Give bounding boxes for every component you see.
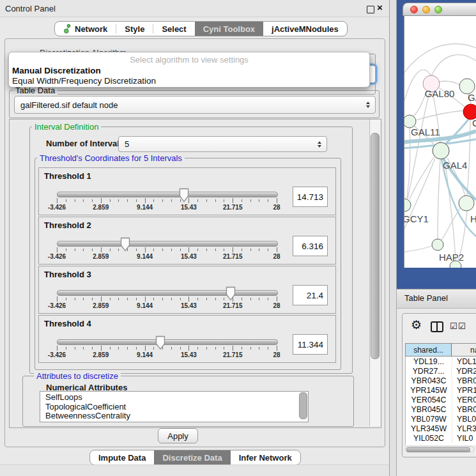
tab-impute-data[interactable]: Impute Data <box>90 450 154 464</box>
cell-shared-name[interactable]: YDR27... <box>406 367 452 376</box>
cell-name[interactable]: YDL1 <box>452 357 476 366</box>
cell-name[interactable]: YLR3 <box>452 424 476 433</box>
cell-shared-name[interactable]: YBR043C <box>406 376 452 385</box>
column-layout-icon[interactable] <box>431 321 443 332</box>
threshold-slider-track[interactable] <box>57 290 278 296</box>
node-gcy1[interactable] <box>404 199 411 211</box>
cell-shared-name[interactable]: YBL079W <box>406 415 452 424</box>
threshold-value-field[interactable]: 11.344 <box>293 334 328 355</box>
attribute-item[interactable]: TopologicalCoefficient <box>40 403 308 412</box>
tick-mark <box>136 347 137 349</box>
tick-label: 2.859 <box>93 302 109 309</box>
minimize-window-icon[interactable] <box>422 6 430 13</box>
node-gal11[interactable] <box>404 115 416 128</box>
zoom-window-icon[interactable] <box>434 6 442 13</box>
attributes-scrollbar-thumb[interactable] <box>299 392 307 419</box>
tick-mark <box>153 347 154 349</box>
table-row[interactable]: YBR045CYBR0 <box>406 404 476 414</box>
tick-mark <box>233 346 233 351</box>
tick-mark <box>162 249 163 251</box>
table-row[interactable]: YDL19...YDL1 <box>406 357 476 366</box>
table-row[interactable]: YBR043CYBR0 <box>406 376 476 385</box>
column-header-shared-name[interactable]: shared... <box>405 343 452 357</box>
tick-mark <box>83 249 84 251</box>
tab-discretize-data[interactable]: Discretize Data <box>154 450 230 464</box>
threshold-value-field[interactable]: 21.4 <box>293 285 328 305</box>
tab-label: jActiveMNodules <box>272 24 339 34</box>
horizontal-scrollbar-thumb[interactable] <box>406 447 470 452</box>
threshold-slider-thumb[interactable] <box>120 237 130 252</box>
close-icon[interactable]: × <box>377 2 383 13</box>
num-intervals-combobox[interactable]: 5 <box>118 136 327 152</box>
tick-mark <box>259 199 259 202</box>
threshold-slider-thumb[interactable] <box>155 335 165 350</box>
cell-name[interactable]: YDR2 <box>452 367 476 376</box>
tab-style[interactable]: Style <box>116 22 153 36</box>
cell-shared-name[interactable]: YLR345W <box>406 424 452 433</box>
dropdown-hint: Select algorithm to view settings <box>9 55 369 65</box>
tab-infer-network[interactable]: Infer Network <box>231 450 300 464</box>
cell-shared-name[interactable]: YBR045C <box>406 405 452 414</box>
table-row[interactable]: YPR145WYPR1 <box>406 385 476 395</box>
thresholds-group-label: Threshold's Coordinates for 5 Intervals <box>37 153 185 163</box>
tick-mark <box>127 347 128 349</box>
cell-shared-name[interactable]: YIL052C <box>406 434 452 443</box>
attribute-item[interactable]: SelfLoops <box>40 393 308 403</box>
table-data-combobox[interactable]: galFiltered.sif default node <box>14 96 376 114</box>
table-row[interactable]: YIL052CYIL0 <box>406 433 476 443</box>
threshold-slider-track[interactable] <box>57 192 278 197</box>
network-nodes[interactable] <box>404 75 476 268</box>
cell-name[interactable]: YBR0 <box>452 376 476 385</box>
close-window-icon[interactable] <box>410 6 418 13</box>
panel-splitter[interactable] <box>389 0 397 476</box>
node-hap2[interactable] <box>432 239 443 250</box>
threshold-slider-track[interactable] <box>57 241 278 247</box>
tick-mark <box>268 298 268 300</box>
numerical-attributes-list[interactable]: SelfLoopsTopologicalCoefficientBetweenne… <box>40 391 309 422</box>
table-row[interactable]: YLR345WYLR3 <box>406 424 476 433</box>
cell-name[interactable]: YIL0 <box>452 434 473 443</box>
tick-mark <box>66 199 66 202</box>
cell-name[interactable]: YBL0 <box>452 415 476 424</box>
apply-button[interactable]: Apply <box>158 428 198 443</box>
tick-mark <box>83 347 84 349</box>
table-row[interactable]: YDR27...YDR2 <box>406 366 476 376</box>
tick-mark <box>83 199 84 202</box>
column-header-name[interactable]: na <box>452 343 476 357</box>
tick-mark <box>57 247 58 252</box>
vertical-scrollbar-thumb[interactable] <box>371 133 380 359</box>
attribute-item[interactable]: BetweennessCentrality <box>40 411 308 421</box>
threshold-slider-track[interactable] <box>57 339 278 345</box>
cell-shared-name[interactable]: YDL19... <box>406 357 452 366</box>
tab-select[interactable]: Select <box>153 22 194 36</box>
cell-shared-name[interactable]: YER054C <box>406 395 452 404</box>
tick-mark <box>136 249 137 251</box>
table-row[interactable]: YER054CYER0 <box>406 395 476 404</box>
cell-name[interactable]: YPR1 <box>452 386 476 395</box>
float-panel-icon[interactable] <box>367 6 374 13</box>
tab-label: Select <box>162 24 186 34</box>
cell-name[interactable]: YER0 <box>452 395 476 404</box>
threshold-slider-thumb[interactable] <box>179 188 189 203</box>
cell-name[interactable]: YBR0 <box>452 405 476 414</box>
threshold-slider-thumb[interactable] <box>226 286 236 301</box>
threshold-value-field[interactable]: 14.713 <box>293 187 328 207</box>
cell-shared-name[interactable]: YPR145W <box>406 386 452 395</box>
network-canvas[interactable]: GAL80 GA C GAL11 GAL4 GCY1 H HAP2 <box>404 16 476 268</box>
checkbox-icon[interactable]: ☑ <box>450 321 457 331</box>
gear-icon[interactable]: ⚙ <box>411 318 422 332</box>
checkbox-icon[interactable]: ☑ <box>458 321 466 331</box>
dropdown-option-manual[interactable]: Manual Discretization <box>12 66 101 75</box>
tab-cyni-toolbox[interactable]: Cyni Toolbox <box>195 22 263 36</box>
table-row[interactable]: YBL079WYBL0 <box>406 414 476 424</box>
tab-jactivemnodules[interactable]: jActiveMNodules <box>263 22 347 36</box>
threshold-value-field[interactable]: 6.316 <box>293 236 328 256</box>
dropdown-option-equal-width[interactable]: Equal Width/Frequency Discretization <box>12 76 156 86</box>
node-gal4[interactable] <box>433 142 449 159</box>
node-h[interactable] <box>459 196 474 211</box>
horizontal-scrollbar-track[interactable] <box>405 446 474 452</box>
tick-mark <box>110 347 111 349</box>
tick-label: 15.43 <box>181 253 197 260</box>
network-window-titlebar[interactable] <box>403 3 476 16</box>
tab-network[interactable]: Network <box>55 22 116 36</box>
